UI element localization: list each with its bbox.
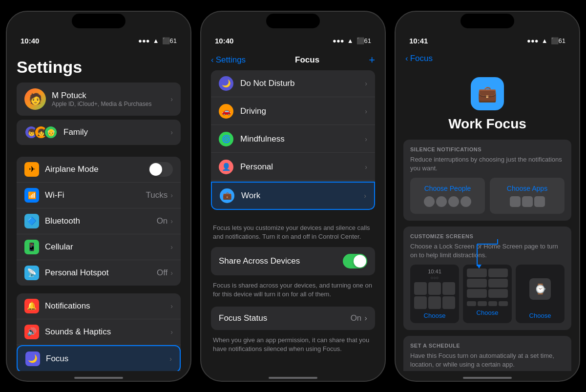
airplane-toggle[interactable]: [148, 162, 173, 177]
screens-row: 10:41 ○○○ Choose: [410, 265, 565, 323]
focus-item-mindfulness[interactable]: 🌀 Mindfulness ›: [211, 126, 375, 153]
dnd-chevron: ›: [365, 80, 367, 87]
row-cellular[interactable]: 📱 Cellular ›: [17, 234, 181, 260]
back-button-settings[interactable]: ‹ Settings: [211, 55, 246, 65]
choose-people-button[interactable]: Choose People: [410, 178, 485, 214]
work-label: Work: [241, 191, 364, 201]
airplane-icon: ✈: [24, 162, 39, 177]
wifi-chevron: ›: [170, 191, 173, 199]
blue-arrow-svg: [467, 239, 508, 268]
row-focus[interactable]: 🌙 Focus ›: [17, 345, 181, 371]
work-focus-scroll: 💼 Work Focus SILENCE NOTIFICATIONS Reduc…: [396, 67, 579, 371]
hs-dock-2: [478, 301, 487, 306]
wifi-icon: ▲: [153, 37, 159, 44]
focus-label: Focus: [46, 354, 169, 364]
focus-item-dnd[interactable]: 🌙 Do Not Disturb ›: [211, 70, 375, 97]
svg-marker-3: [477, 265, 481, 268]
ls-icon-6: [442, 296, 455, 309]
choose-people-label: Choose People: [414, 185, 481, 192]
lock-screen-icons: [414, 282, 455, 309]
choose-lock-label: Choose: [424, 312, 446, 319]
choose-apps-button[interactable]: Choose Apps: [490, 178, 565, 214]
silence-buttons: Choose People Choose Apps: [410, 178, 565, 214]
notifications-icon: 🔔: [24, 299, 39, 313]
status-bar-2: 10:40 ●●● ▲ ⬛61: [201, 28, 385, 50]
share-toggle[interactable]: [343, 254, 367, 268]
battery-icon-2: ⬛61: [356, 37, 371, 44]
ls-icon-2: [428, 282, 441, 295]
settings-title: Settings: [17, 58, 181, 77]
row-hotspot[interactable]: 📡 Personal Hotspot Off ›: [17, 260, 181, 286]
ls-icon-5: [428, 296, 441, 309]
focus-status-desc: When you give an app permission, it can …: [211, 334, 375, 355]
airplane-label: Airplane Mode: [45, 165, 148, 174]
signal-icon-2: ●●●: [333, 37, 344, 44]
hs-dock-4: [499, 301, 508, 306]
home-indicator-1: [7, 371, 190, 381]
focus-status-row[interactable]: Focus Status On ›: [211, 307, 375, 330]
notifications-chevron: ›: [170, 302, 173, 310]
silence-desc: Reduce interruptions by choosing just th…: [410, 155, 565, 173]
share-across-devices-row[interactable]: Share Across Devices: [211, 247, 375, 275]
focus-item-work[interactable]: 💼 Work ›: [211, 182, 375, 210]
focus-item-driving[interactable]: 🚗 Driving ›: [211, 98, 375, 125]
family-avatar-3: 👴: [44, 125, 58, 139]
bluetooth-chevron: ›: [170, 217, 173, 225]
focus-item-personal[interactable]: 👤 Personal ›: [211, 154, 375, 181]
watch-icon-container: ⌚: [520, 268, 561, 309]
hs-bar-4: [488, 279, 508, 288]
dnd-icon: 🌙: [219, 76, 233, 91]
row-sounds[interactable]: 🔊 Sounds & Haptics ›: [17, 319, 181, 345]
status-icons-1: ●●● ▲ ⬛61: [138, 37, 177, 44]
row-notifications[interactable]: 🔔 Notifications ›: [17, 293, 181, 319]
dnd-label: Do Not Disturb: [240, 79, 365, 88]
chevron-icon: ›: [170, 95, 173, 103]
account-text: M Potuck Apple ID, iCloud+, Media & Purc…: [52, 91, 151, 107]
schedule-section: SET A SCHEDULE Have this Focus turn on a…: [403, 336, 571, 371]
personal-icon: 👤: [219, 160, 233, 174]
personal-chevron: ›: [365, 163, 367, 171]
home-indicator-2: [201, 371, 385, 381]
add-focus-button[interactable]: +: [369, 54, 375, 66]
nav-bar-2: ‹ Settings Focus +: [201, 50, 385, 70]
app-icon-1: [510, 196, 521, 207]
dynamic-island-1: [72, 14, 126, 28]
cellular-label: Cellular: [45, 242, 170, 252]
row-bluetooth[interactable]: 🔷 Bluetooth On ›: [17, 208, 181, 234]
dynamic-island-2: [266, 14, 320, 28]
focus-status-chevron: ›: [364, 313, 367, 323]
status-icons-2: ●●● ▲ ⬛61: [333, 37, 371, 44]
work-header: 💼 Work Focus: [396, 67, 579, 140]
avatar: 🧑: [24, 88, 46, 110]
phone-work-focus: 10:41 ●●● ▲ ⬛61 ‹ Focus 💼 Work Focus SIL…: [395, 11, 580, 382]
row-airplane[interactable]: ✈ Airplane Mode: [17, 157, 181, 183]
battery-icon-3: ⬛61: [551, 37, 565, 44]
lock-screen-preview[interactable]: 10:41 ○○○ Choose: [410, 265, 459, 323]
family-row[interactable]: 👦 👧 👴 Family ›: [17, 120, 181, 145]
notifications-label: Notifications: [45, 301, 170, 311]
person-avatar-2: [436, 196, 447, 207]
schedule-label: SET A SCHEDULE: [410, 343, 565, 349]
hotspot-value: Off: [157, 268, 167, 278]
wifi-icon-3: ▲: [542, 37, 548, 44]
ls-icon-1: [414, 282, 427, 295]
hs-dock-1: [467, 301, 476, 306]
watch-preview[interactable]: ⌚ Choose: [516, 265, 565, 323]
focus-status-value: On ›: [351, 313, 367, 323]
hotspot-chevron: ›: [170, 269, 173, 277]
account-row[interactable]: 🧑 M Potuck Apple ID, iCloud+, Media & Pu…: [17, 83, 181, 116]
choose-apps-label: Choose Apps: [494, 185, 561, 192]
choose-home-label: Choose: [477, 309, 499, 316]
home-screen-preview[interactable]: Choose: [463, 265, 512, 323]
phone-settings: 10:40 ●●● ▲ ⬛61 Settings 🧑 M Potuck Appl…: [6, 11, 191, 382]
dynamic-island-3: [460, 14, 514, 28]
person-avatar-1: [424, 196, 435, 207]
back-button-focus[interactable]: ‹ Focus: [405, 54, 433, 63]
cellular-icon: 📱: [24, 240, 39, 254]
choose-watch-label: Choose: [529, 312, 551, 319]
phone-focus-list: 10:40 ●●● ▲ ⬛61 ‹ Settings Focus + 🌙 Do …: [200, 11, 386, 382]
work-icon: 💼: [471, 77, 504, 110]
bluetooth-icon: 🔷: [24, 214, 39, 228]
sounds-chevron: ›: [170, 328, 173, 336]
row-wifi[interactable]: 📶 Wi-Fi Tucks ›: [17, 183, 181, 208]
